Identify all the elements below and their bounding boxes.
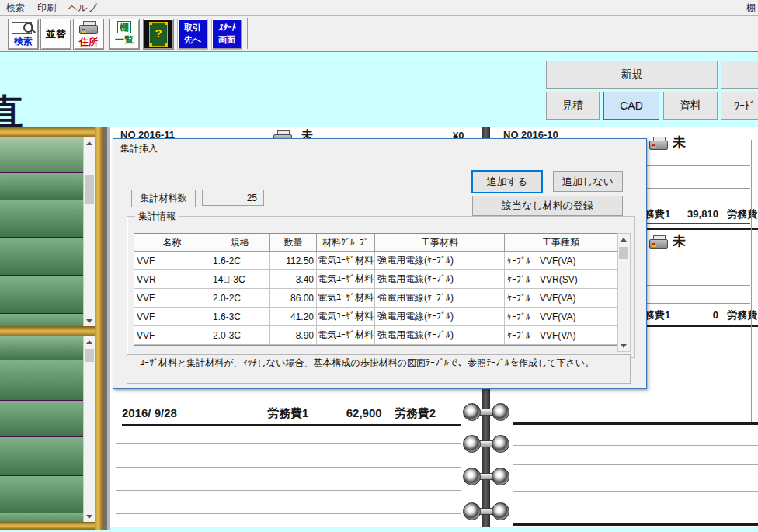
shelf-bottom-bar <box>0 522 103 530</box>
header-group[interactable]: 材料ｸﾞﾙｰﾌﾟ <box>317 234 375 252</box>
table-row[interactable]: VVF 2.0-3C 8.90 電気ﾕｰｻﾞ材料 強電用電線(ｹｰﾌﾞﾙ) ｹｰ… <box>134 326 617 345</box>
shelf-row[interactable] <box>0 437 84 476</box>
add-button[interactable]: 追加する <box>471 170 543 193</box>
cell-type: ｹｰﾌﾞﾙ VVR(SV) <box>505 270 617 289</box>
cell-type: ｹｰﾌﾞﾙ VVF(VA) <box>505 289 617 308</box>
chevron-up-icon <box>86 340 92 344</box>
search-button-label: 検索 <box>9 35 38 48</box>
register-unmatched-button[interactable]: 該当なし材料の登録 <box>472 196 623 216</box>
help-button[interactable]: ? <box>143 19 174 50</box>
dialog-note: ﾕｰｻﾞ材料と集計材料が、ﾏｯﾁしない場合、基本構成の歩掛材料の図面ﾃｰﾌﾞﾙで… <box>127 354 631 384</box>
header-name[interactable]: 名称 <box>134 234 210 252</box>
shelf-row[interactable] <box>0 336 84 360</box>
new-button-label: 新規 <box>621 68 643 82</box>
chevron-up-icon <box>621 238 627 242</box>
scroll-down-button[interactable] <box>84 511 95 522</box>
client-button[interactable]: 取引先へ <box>177 19 208 50</box>
shelf2-scrollbar[interactable] <box>83 336 96 522</box>
sort-button-label: 並替 <box>41 27 71 41</box>
unprinted-mark: 未 <box>673 134 686 151</box>
table-scrollbar[interactable] <box>617 233 631 352</box>
shelf-row[interactable] <box>0 314 84 326</box>
shelf-row[interactable] <box>0 200 84 238</box>
scrollbar-thumb[interactable] <box>85 349 94 362</box>
header-material[interactable]: 工事材料 <box>375 234 505 252</box>
labor2-label: 労務費2 <box>395 406 436 419</box>
material-count-field: 25 <box>202 190 264 206</box>
labor2-label: 労務費2 <box>727 208 758 220</box>
cell-name: VVR <box>134 270 210 289</box>
estimate-button[interactable]: 見積 <box>546 92 600 120</box>
ledger-line <box>642 303 750 304</box>
shelf-row[interactable] <box>0 137 84 173</box>
scroll-up-button[interactable] <box>84 336 95 347</box>
clipped-button[interactable] <box>721 61 758 89</box>
shelf-row[interactable] <box>0 401 84 437</box>
cell-type: ｹｰﾌﾞﾙ VVF(VA) <box>505 308 617 326</box>
cell-material: 強電用電線(ｹｰﾌﾞﾙ) <box>375 308 505 326</box>
labor2-label: 労務費2 <box>727 309 758 321</box>
shelf-row[interactable] <box>0 513 84 522</box>
shelf-row[interactable] <box>0 276 84 314</box>
table-row[interactable]: VVF 1.6-3C 41.20 電気ﾕｰｻﾞ材料 強電用電線(ｹｰﾌﾞﾙ) ｹ… <box>134 308 617 326</box>
shelf-divider-bar <box>0 326 103 336</box>
menu-print[interactable]: 印刷 <box>37 2 56 15</box>
binder-ring <box>463 468 509 485</box>
register-unmatched-label: 該当なし材料の登録 <box>502 199 593 213</box>
header-qty[interactable]: 数量 <box>270 234 317 252</box>
menu-help[interactable]: ヘルプ <box>68 2 97 15</box>
shelf1-scrollbar[interactable] <box>83 137 96 326</box>
header-type[interactable]: 工事種類 <box>505 234 617 252</box>
docs-button-label: 資料 <box>680 99 701 113</box>
shelf-row[interactable] <box>0 360 84 401</box>
client-label-2: 先へ <box>184 35 201 44</box>
cell-material: 強電用電線(ｹｰﾌﾞﾙ) <box>375 289 505 308</box>
binder-ring <box>463 502 509 520</box>
cell-qty: 3.40 <box>270 270 317 289</box>
table-row[interactable]: VVR 14ﾟ-3C 3.40 電気ﾕｰｻﾞ材料 強電用電線(ｹｰﾌﾞﾙ) ｹｰ… <box>134 270 617 289</box>
no-add-button[interactable]: 追加しない <box>553 171 623 192</box>
shelf-row[interactable] <box>0 238 84 276</box>
header-spec[interactable]: 規格 <box>210 234 270 252</box>
new-button[interactable]: 新規 <box>546 61 718 89</box>
cell-name: VVF <box>134 252 210 270</box>
cell-qty: 41.20 <box>270 308 317 326</box>
address-button-label: 住所 <box>74 36 103 49</box>
shelf-list-button[interactable]: 棚 一覧 <box>109 19 140 50</box>
sort-button[interactable]: 並替 <box>40 19 71 50</box>
cad-button[interactable]: CAD <box>603 92 659 120</box>
scroll-up-button[interactable] <box>618 234 629 245</box>
table-row[interactable]: VVF 2.0-2C 86.00 電気ﾕｰｻﾞ材料 強電用電線(ｹｰﾌﾞﾙ) ｹ… <box>134 289 617 308</box>
start-screen-button[interactable]: ｽﾀｰﾄ画面 <box>211 19 242 50</box>
cell-spec: 2.0-3C <box>210 326 270 345</box>
ledger-line <box>116 490 461 491</box>
ledger-line <box>116 513 461 514</box>
scrollbar-thumb[interactable] <box>619 247 628 259</box>
labor1-label: 労務費1 <box>267 406 308 419</box>
scroll-down-button[interactable] <box>84 315 95 326</box>
binder-ring <box>463 435 509 452</box>
no-add-button-label: 追加しない <box>562 175 614 189</box>
cell-spec: 14ﾟ-3C <box>210 270 270 289</box>
shelf-right-frame <box>95 127 103 530</box>
cell-qty: 8.90 <box>270 326 317 345</box>
page-edge-line <box>751 140 752 423</box>
cell-group: 電気ﾕｰｻﾞ材料 <box>317 252 375 270</box>
aggregate-info-label: 集計情報 <box>135 210 179 223</box>
scroll-up-button[interactable] <box>84 137 95 148</box>
word-button[interactable]: ﾜｰﾄﾞ <box>721 92 758 120</box>
menu-search[interactable]: 検索 <box>6 2 25 15</box>
shelf-row[interactable] <box>0 173 84 200</box>
docs-button[interactable]: 資料 <box>663 92 718 120</box>
shelf-row[interactable] <box>0 476 84 513</box>
scroll-down-button[interactable] <box>618 340 629 351</box>
start-label-2: 画面 <box>218 35 235 44</box>
address-print-button[interactable]: 住所 <box>73 19 104 50</box>
table-row[interactable]: VVF 1.6-2C 112.50 電気ﾕｰｻﾞ材料 強電用電線(ｹｰﾌﾞﾙ) … <box>134 252 617 270</box>
ledger-line <box>642 165 750 166</box>
material-table: 名称 規格 数量 材料ｸﾞﾙｰﾌﾟ 工事材料 工事種類 VVF 1.6-2C 1… <box>134 233 618 346</box>
search-button[interactable]: 検索 <box>8 19 39 50</box>
scrollbar-thumb[interactable] <box>85 175 94 204</box>
ledger-underline <box>642 322 750 322</box>
binder-spine-top <box>482 127 490 138</box>
